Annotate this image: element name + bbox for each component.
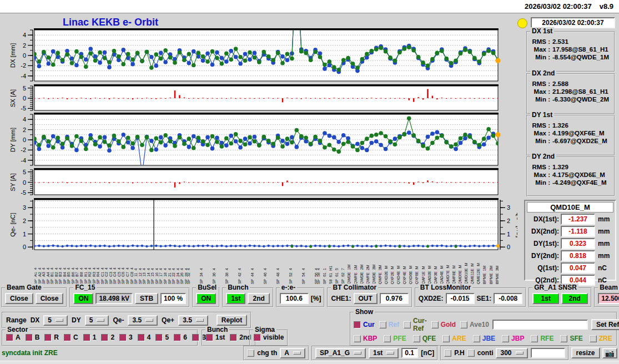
show-region-checkbox[interactable]: QFE	[413, 335, 436, 342]
conti-checkbox[interactable]	[467, 350, 475, 357]
rms-value: 1.329	[552, 164, 568, 170]
sigma-visible-checkbox[interactable]: visible	[254, 333, 284, 341]
qxd2e-value: -0.015	[446, 293, 475, 304]
checkbox-icon	[138, 334, 145, 341]
group-title: DX 1st	[530, 27, 554, 35]
show-checkbox[interactable]: Ave10	[460, 317, 489, 332]
show-region-checkbox[interactable]: SFE	[560, 335, 582, 342]
bpm-label: QWDE_3M	[373, 251, 376, 284]
bunch-2nd-button[interactable]: 2nd	[248, 293, 269, 304]
show-checkbox[interactable]: Cur-Ref	[404, 317, 427, 332]
min-label: Min :	[530, 179, 550, 186]
bpm-label: SP_B5_4	[67, 251, 71, 284]
bpm-label: SP_R2_4	[88, 251, 92, 284]
bt-lossmonitor-group: BT LossMonitor QXD2E: -0.015 SE1: -0.008	[415, 287, 526, 307]
sector-checkbox[interactable]: 6	[174, 333, 187, 341]
sector-checkbox[interactable]: 3	[119, 333, 133, 341]
ee-ratio-value: 100.6	[280, 293, 309, 304]
sector-checkbox[interactable]: R	[44, 333, 59, 341]
sector-checkbox[interactable]: 4	[138, 333, 151, 341]
readout-value: 0.323	[561, 238, 595, 249]
checkbox-icon	[473, 335, 480, 342]
readout-label: DY(2nd):	[527, 252, 559, 260]
range-dx-dropdown[interactable]: 5	[43, 315, 68, 326]
beam-gate-close-button-1[interactable]: Close	[5, 293, 33, 304]
range-qe-minus-dropdown[interactable]: 3.5	[128, 315, 158, 326]
show-row1-checkboxes: CurRefCur-RefGoldAve10	[354, 317, 489, 332]
checkbox-label: 3	[129, 333, 133, 341]
checkbox-icon	[64, 334, 71, 341]
bunch-checkbox[interactable]: 2nd	[230, 333, 251, 341]
range-dy-label: DY	[72, 316, 81, 324]
fc15-group: FC_15 ON 18.498 kV STB 100 %	[69, 287, 190, 307]
range-qe-plus-dropdown[interactable]: 3.5	[178, 315, 208, 326]
bpm-label: SP_62_7	[341, 251, 345, 284]
fc15-stb-button[interactable]: STB	[135, 293, 158, 304]
sector-checkbox[interactable]: 1	[83, 333, 97, 341]
checkbox-icon	[431, 321, 439, 328]
bunch-checkbox[interactable]: 1st	[206, 333, 225, 341]
sector-checkbox[interactable]: C	[64, 333, 78, 341]
chg-th-dropdown[interactable]: A	[280, 348, 305, 358]
show-checkbox[interactable]: Cur	[354, 317, 375, 332]
ph-checkbox[interactable]	[444, 350, 451, 357]
max-label: Max :	[530, 88, 550, 95]
group-title: GR_A1 SNSR	[532, 284, 578, 291]
show-region-checkbox[interactable]: RFE	[531, 335, 553, 342]
screenshot-button[interactable]: 📷	[602, 348, 617, 358]
show-checkbox[interactable]: Ref	[379, 317, 399, 332]
bpm-labels-right: SP_58_4SP_61_1S8_61_H1SP_61_5SP_62_7QWDE…	[318, 251, 499, 284]
sector-checkbox[interactable]: 2	[101, 333, 114, 341]
count-dropdown[interactable]: 300	[496, 348, 527, 358]
resize-button[interactable]: resize	[571, 347, 600, 358]
checkbox-icon	[379, 321, 386, 328]
bpm-label: QXD2E_M	[385, 251, 388, 284]
count-input[interactable]	[531, 348, 565, 358]
checkbox-label: ZRE	[599, 335, 612, 342]
bunch-1st-button[interactable]: 1st	[226, 293, 245, 304]
group-title: DY 2nd	[530, 153, 556, 160]
range-label: Range	[6, 316, 27, 324]
threshold-input[interactable]	[401, 348, 418, 358]
range-dy-dropdown[interactable]: 5	[85, 315, 109, 326]
snsr-1st-button[interactable]: 1st	[532, 293, 559, 304]
checkbox-label: Ref	[389, 321, 399, 328]
replot-button[interactable]: Replot	[217, 315, 247, 326]
show-region-checkbox[interactable]: JBP	[502, 335, 524, 342]
show-region-checkbox[interactable]: PFE	[384, 335, 406, 342]
bpm-label: SP_15_4	[151, 251, 154, 284]
bunch-select-dropdown[interactable]: 1st	[369, 348, 399, 358]
sector-checkbox[interactable]: A	[6, 333, 21, 341]
show-region-checkbox[interactable]: ZRE	[590, 335, 612, 342]
checkbox-icon	[354, 321, 361, 328]
sector-checkbox[interactable]: 5	[155, 333, 169, 341]
max-label: Max :	[530, 171, 550, 178]
set-ref-button[interactable]: Set Ref	[591, 319, 619, 330]
checkbox-icon	[101, 334, 108, 341]
bpm-label: SP_42_4	[238, 251, 241, 284]
bpm-label: SP_B1_4	[51, 251, 54, 284]
show-region-checkbox[interactable]: ARE	[442, 335, 466, 342]
busel-on-button[interactable]: ON	[196, 293, 216, 304]
fc15-on-button[interactable]: ON	[73, 293, 93, 304]
show-region-checkbox[interactable]: KBP	[354, 335, 377, 342]
beam-gate-close-button-2[interactable]: Close	[36, 293, 64, 304]
bpm-label: SP_58_4	[318, 251, 320, 284]
checkbox-icon	[413, 335, 420, 342]
svg-text:1: 1	[507, 231, 510, 237]
group-title: Sector	[6, 326, 29, 333]
snsr-2nd-button[interactable]: 2nd	[561, 293, 588, 304]
show-region-checkbox[interactable]: JBE	[473, 335, 495, 342]
chg-th-checkbox[interactable]	[247, 350, 254, 357]
bpm-label: SP_A4_4	[47, 251, 50, 284]
sp-select-dropdown[interactable]: SP_A1_G	[315, 348, 366, 358]
ref-name-input[interactable]	[492, 320, 588, 330]
show-checkbox[interactable]: Gold	[431, 317, 456, 332]
checkbox-icon	[174, 334, 181, 341]
sector-checkbox[interactable]: B	[26, 333, 40, 341]
svg-text:5: 5	[23, 85, 26, 92]
che1-out-button[interactable]: OUT	[354, 293, 378, 304]
acquisition-group: P.H conti 300	[440, 346, 568, 361]
option-menu-icon	[196, 318, 204, 322]
group-title: DY 1st	[530, 111, 554, 119]
